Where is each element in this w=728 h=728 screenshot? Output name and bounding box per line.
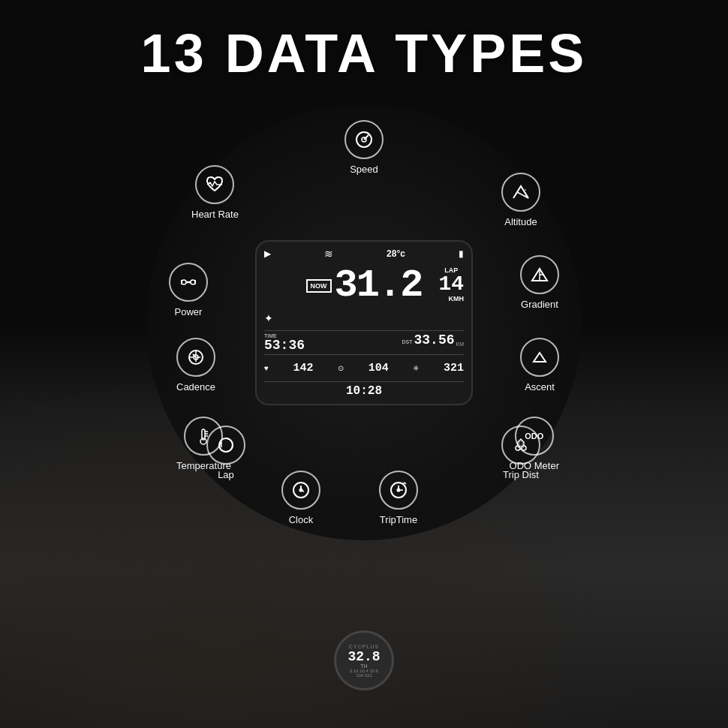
dst-label: DST xyxy=(402,339,412,344)
screen-battery-icon: ▮ xyxy=(459,248,464,259)
power-value: 321 xyxy=(444,362,464,375)
device-screen: ▶ ≋ 28°c ▮ NOW 31.2 LAP 14 KMH ✦ TIME 53… xyxy=(255,240,473,405)
svg-point-28 xyxy=(522,446,526,450)
small-device-unit: TH xyxy=(360,663,367,669)
brand-label: CYCPLUS xyxy=(349,644,379,649)
ascent-label: Ascent xyxy=(525,381,555,393)
speed-item: Speed xyxy=(344,120,384,175)
small-device-speed: 32.8 xyxy=(347,650,380,663)
small-device-data2: 104 321 xyxy=(356,673,372,678)
play-icon: ▶ xyxy=(264,248,271,259)
power-label: Power xyxy=(175,306,203,317)
kmh-label: KMH xyxy=(449,295,465,302)
trip-time-item: TripTime xyxy=(379,471,418,525)
km-label: KM xyxy=(456,341,465,347)
svg-line-20 xyxy=(540,353,546,362)
ascent-item: Ascent xyxy=(520,338,559,393)
screen-speed-value: 31.2 xyxy=(335,266,423,305)
small-device: CYCPLUS 32.8 TH 3.16 10.4 10.6 104 321 xyxy=(334,630,394,690)
gradient-label: Gradient xyxy=(521,299,558,310)
svg-marker-19 xyxy=(534,353,546,362)
lap-number: 14 xyxy=(438,274,464,295)
now-badge: NOW xyxy=(306,279,332,293)
heart-rate-label: Heart Rate xyxy=(191,209,239,220)
screen-connect-icon: ✦ xyxy=(264,312,273,324)
cadence-label: Cadence xyxy=(176,381,215,393)
cadence-value: 104 xyxy=(369,362,389,375)
trip-time-label: TripTime xyxy=(380,514,417,525)
screen-clock-value: 10:28 xyxy=(346,384,382,398)
cadence-icon: ⊙ xyxy=(338,364,344,372)
power-item: Power xyxy=(169,263,208,317)
lap-label-text: Lap xyxy=(218,469,234,480)
clock-label: Clock xyxy=(289,514,314,525)
time-value: 53:36 xyxy=(264,338,305,352)
altitude-label: Altitude xyxy=(504,216,537,227)
clock-item: Clock xyxy=(281,471,320,525)
page-title: 13 DATA TYPES xyxy=(0,23,728,84)
screen-temperature: 28°c xyxy=(387,248,405,259)
dst-value: 33.56 xyxy=(414,333,454,347)
svg-point-36 xyxy=(398,489,400,492)
trip-dist-item: Trip Dist xyxy=(501,426,540,480)
heart-icon: ♥ xyxy=(264,364,269,372)
wave-icon: ≋ xyxy=(324,248,333,260)
lap-item: Lap xyxy=(206,426,245,480)
trip-dist-label: Trip Dist xyxy=(503,469,539,480)
cadence-item: Cadence xyxy=(176,338,215,393)
speed-label: Speed xyxy=(350,164,378,175)
power-icon: ✳ xyxy=(413,364,419,372)
altitude-item: Altitude xyxy=(501,173,540,227)
main-circle: ▶ ≋ 28°c ▮ NOW 31.2 LAP 14 KMH ✦ TIME 53… xyxy=(146,105,582,540)
gradient-item: Gradient xyxy=(520,255,559,310)
heart-rate-value: 142 xyxy=(293,362,314,375)
heart-rate-item: Heart Rate xyxy=(191,165,239,220)
svg-point-32 xyxy=(300,489,302,492)
